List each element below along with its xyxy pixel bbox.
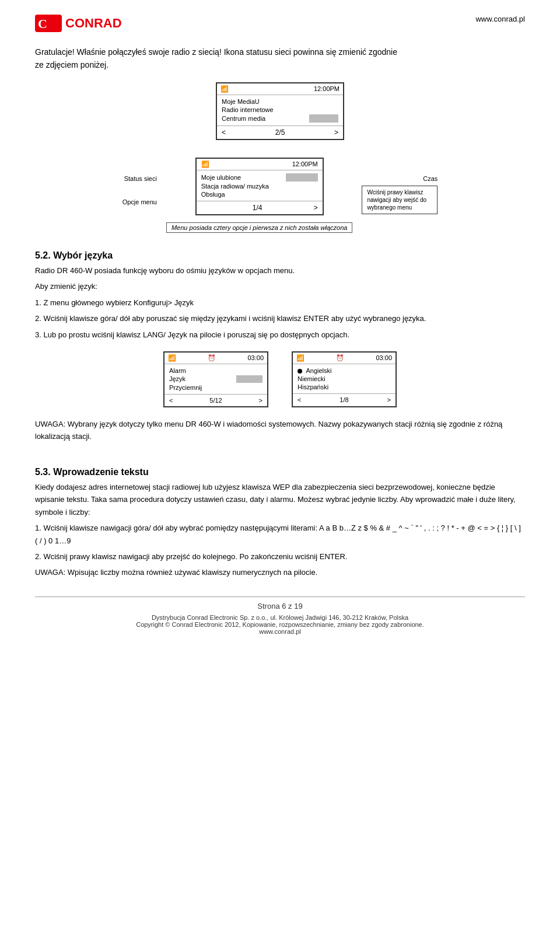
row-label-3: Centrum media bbox=[222, 115, 265, 122]
intro-paragraph: Gratulacje! Właśnie połączyłeś swoje rad… bbox=[35, 46, 525, 72]
menu-label: Opcje menu bbox=[123, 198, 157, 205]
lang-right-row-3: Hiszpański bbox=[298, 383, 391, 391]
lang-screen-right: 📶 ⏰ 03:00 Angielski Niemiecki Hiszpański… bbox=[292, 351, 397, 407]
annot-row-1: Moje ulubione bbox=[201, 173, 318, 182]
lang-right-clock: ⏰ bbox=[336, 354, 344, 362]
first-screenshot-container: 📶 12:00PM Moje MediaU Radio internetowe … bbox=[35, 82, 525, 140]
nav-page: 2/5 bbox=[275, 128, 285, 137]
lang-right-nav: < 1/8 > bbox=[293, 393, 396, 406]
radio-screen-top: 📶 12:00PM Moje MediaU Radio internetowe … bbox=[216, 82, 344, 140]
section-52-step3: 3. Lub po prostu wciśnij klawisz LANG/ J… bbox=[35, 329, 525, 341]
row-label-2: Radio internetowe bbox=[222, 106, 274, 113]
note-box: Wciśnij prawy klawisz nawigacji aby wejś… bbox=[362, 186, 438, 214]
screen-header-top: 📶 12:00PM bbox=[217, 83, 343, 95]
annot-screen-header: 📶 12:00PM bbox=[197, 159, 323, 170]
footer-copyright: Copyright © Conrad Electronic 2012, Kopi… bbox=[35, 621, 525, 628]
screen-body-top: Moje MediaU Radio internetowe Centrum me… bbox=[217, 95, 343, 125]
annot-nav-page: 1/4 bbox=[253, 204, 262, 212]
footer-website: www.conrad.pl bbox=[35, 628, 525, 635]
lang-right-label-2: Niemiecki bbox=[298, 375, 326, 382]
right-annotation: Czas Wciśnij prawy klawisz nawigacji aby… bbox=[362, 158, 438, 214]
lang-right-signal: 📶 bbox=[296, 354, 304, 362]
screen-row-3: Centrum media bbox=[222, 114, 338, 123]
screen-row-2: Radio internetowe bbox=[222, 106, 338, 114]
section-53-step2: 2. Wciśnij prawy klawisz nawigacji aby p… bbox=[35, 550, 525, 563]
section-52-step1: 1. Z menu głównego wybierz Konfiguruj> J… bbox=[35, 296, 525, 309]
lang-right-nav-left: < bbox=[298, 396, 301, 403]
lang-screen-left-header: 📶 ⏰ 03:00 bbox=[164, 353, 267, 364]
page-footer: Strona 6 z 19 Dystrybucja Conrad Electro… bbox=[35, 596, 525, 635]
lang-right-label-3: Hiszpański bbox=[298, 383, 328, 390]
lang-right-nav-right: > bbox=[387, 396, 391, 403]
section-53-heading: 5.3. Wprowadzenie tekstu bbox=[35, 467, 525, 477]
lang-right-row-1: Angielski bbox=[298, 367, 391, 375]
section-52-para1: Radio DR 460-W posiada funkcję wyboru do… bbox=[35, 264, 525, 277]
logo-area: C CONRAD bbox=[35, 12, 122, 35]
section-53-step3: UWAGA: Wpisując liczby można również uży… bbox=[35, 566, 525, 578]
section-53: 5.3. Wprowadzenie tekstu Kiedy dodajesz … bbox=[35, 467, 525, 579]
lang-left-nav: < 5/12 > bbox=[164, 394, 267, 406]
website-url: www.conrad.pl bbox=[475, 12, 525, 23]
annot-screen-body: Moje ulubione Stacja radiowa/ muzyka Obs… bbox=[197, 170, 323, 201]
bullet-icon bbox=[298, 369, 302, 374]
annot-row-3: Obsługa bbox=[201, 190, 318, 198]
lang-left-row-2: Język bbox=[169, 375, 262, 383]
annotated-screen-wrapper: 📶 12:00PM Moje ulubione Stacja radiowa/ … bbox=[166, 158, 352, 233]
page-header: C CONRAD www.conrad.pl bbox=[35, 12, 525, 35]
annot-screen-nav: 1/4 > bbox=[197, 201, 323, 214]
diagram-outer: Status sieci Opcje menu 📶 12:00PM Moje u… bbox=[111, 152, 449, 239]
annot-label-2: Stacja radiowa/ muzyka bbox=[201, 183, 269, 190]
row-label-1: Moje MediaU bbox=[222, 98, 260, 105]
screen-row-1: Moje MediaU bbox=[222, 97, 338, 106]
time-label: Czas bbox=[362, 175, 438, 182]
lang-right-row-2: Niemiecki bbox=[298, 375, 391, 383]
lang-left-label-2: Język bbox=[169, 375, 186, 382]
gray-box-3 bbox=[309, 114, 338, 123]
lang-left-label-1: Alarm bbox=[169, 367, 186, 374]
lang-left-nav-left: < bbox=[169, 397, 173, 404]
nav-left: < bbox=[222, 128, 226, 137]
lang-screenshots: 📶 ⏰ 03:00 Alarm Język Przyciemnij < 5/12… bbox=[35, 351, 525, 407]
section-53-para1: Kiedy dodajesz adres internetowej stacji… bbox=[35, 481, 525, 518]
lang-left-nav-right: > bbox=[259, 397, 262, 404]
diagram-center: Status sieci Opcje menu 📶 12:00PM Moje u… bbox=[35, 152, 525, 239]
signal-icon-top: 📶 bbox=[220, 85, 229, 93]
svg-text:C: C bbox=[38, 16, 47, 31]
annot-label-1: Moje ulubione bbox=[201, 174, 242, 181]
lang-left-row-1: Alarm bbox=[169, 367, 262, 375]
lang-left-gray bbox=[236, 375, 262, 383]
logo-text: CONRAD bbox=[65, 16, 122, 31]
annot-screen: 📶 12:00PM Moje ulubione Stacja radiowa/ … bbox=[195, 158, 324, 215]
page-indicator: Strona 6 z 19 bbox=[35, 602, 525, 610]
section-52-para2: Aby zmienić język: bbox=[35, 280, 525, 292]
lang-right-nav-page: 1/8 bbox=[340, 396, 348, 403]
time-display-top: 12:00PM bbox=[314, 85, 340, 92]
lang-screen-left: 📶 ⏰ 03:00 Alarm Język Przyciemnij < 5/12… bbox=[163, 351, 268, 407]
lang-right-label-1: Angielski bbox=[298, 367, 331, 374]
lang-screen-right-body: Angielski Niemiecki Hiszpański bbox=[293, 364, 396, 393]
diagram-caption: Menu posiada cztery opcje i pierwsza z n… bbox=[166, 220, 352, 233]
lang-left-signal: 📶 bbox=[168, 354, 176, 362]
lang-right-time: 03:00 bbox=[376, 354, 392, 361]
section-52-step2: 2. Wciśnij klawisze góra/ dół aby porusz… bbox=[35, 312, 525, 325]
lang-left-nav-page: 5/12 bbox=[209, 397, 222, 404]
nav-right: > bbox=[334, 128, 338, 137]
screen-nav-top: < 2/5 > bbox=[217, 125, 343, 139]
annot-label-3: Obsługa bbox=[201, 191, 225, 198]
lang-screen-left-body: Alarm Język Przyciemnij bbox=[164, 364, 267, 394]
annot-nav-right: > bbox=[314, 204, 318, 212]
status-label: Status sieci bbox=[123, 175, 157, 182]
left-annotations: Status sieci Opcje menu bbox=[123, 158, 157, 205]
lang-screen-right-header: 📶 ⏰ 03:00 bbox=[293, 353, 396, 364]
lang-note: UWAGA: Wybrany język dotyczy tylko menu … bbox=[35, 418, 525, 443]
section-52: 5.2. Wybór języka Radio DR 460-W posiada… bbox=[35, 250, 525, 341]
lang-left-clock: ⏰ bbox=[208, 354, 216, 362]
lang-left-label-3: Przyciemnij bbox=[169, 384, 202, 391]
lang-left-time: 03:00 bbox=[247, 354, 264, 361]
caption-text: Menu posiada cztery opcje i pierwsza z n… bbox=[166, 222, 352, 233]
annot-signal-icon: 📶 bbox=[201, 161, 209, 168]
logo-icon: C bbox=[35, 12, 64, 35]
footer-company: Dystrybucja Conrad Electronic Sp. z o.o.… bbox=[35, 614, 525, 621]
section-53-step1: 1. Wciśnij klawisze nawigacji góra/ dół … bbox=[35, 522, 525, 547]
annot-row-2: Stacja radiowa/ muzyka bbox=[201, 182, 318, 190]
